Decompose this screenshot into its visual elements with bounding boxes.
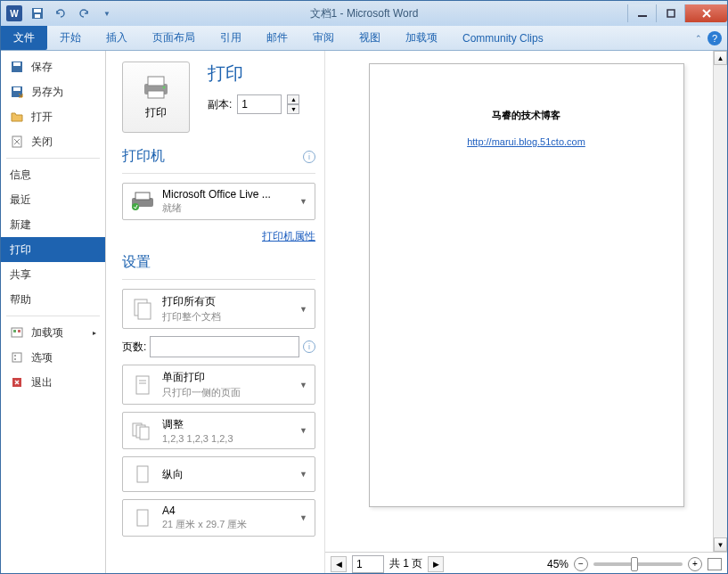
undo-icon — [53, 6, 68, 20]
scroll-up-button[interactable]: ▲ — [714, 51, 727, 65]
maximize-icon — [667, 9, 675, 18]
qat-undo-button[interactable] — [51, 4, 70, 23]
tab-mailings[interactable]: 邮件 — [254, 26, 300, 50]
print-heading: 打印 — [208, 62, 299, 86]
nav-close[interactable]: 关闭 — [1, 129, 105, 154]
nav-saveas[interactable]: 另存为 — [1, 79, 105, 104]
nav-recent[interactable]: 最近 — [1, 187, 105, 212]
duplex-main: 单面打印 — [162, 370, 292, 385]
tab-file[interactable]: 文件 — [1, 26, 47, 50]
tab-review[interactable]: 审阅 — [300, 26, 347, 50]
nav-print[interactable]: 打印 — [1, 237, 105, 262]
tab-community-clips[interactable]: Community Clips — [450, 26, 556, 50]
preview-area: 马睿的技术博客 http://marui.blog.51cto.com ▲ ▼ … — [325, 51, 727, 574]
nav-save[interactable]: 保存 — [1, 54, 105, 79]
nav-info-label: 信息 — [10, 168, 31, 183]
chevron-down-icon: ▼ — [299, 426, 307, 435]
backstage: 保存 另存为 打开 关闭 信息 最近 新建 打印 共享 帮助 加载项▸ 选项 退… — [1, 51, 727, 574]
svg-rect-13 — [12, 353, 21, 362]
nav-new-label: 新建 — [10, 217, 31, 233]
tab-layout[interactable]: 页面布局 — [140, 26, 208, 50]
info-icon[interactable]: i — [303, 340, 315, 353]
close-file-icon — [10, 135, 24, 149]
nav-share[interactable]: 共享 — [1, 262, 105, 287]
scroll-down-button[interactable]: ▼ — [714, 537, 727, 552]
nav-saveas-label: 另存为 — [31, 85, 63, 100]
nav-recent-label: 最近 — [10, 193, 31, 208]
copies-up-button[interactable]: ▲ — [287, 94, 299, 104]
collate-icon — [130, 418, 155, 443]
window-controls — [627, 4, 727, 22]
copies-down-button[interactable]: ▼ — [287, 104, 299, 114]
svg-rect-6 — [13, 62, 20, 66]
pages-input[interactable] — [150, 336, 299, 357]
minimize-button[interactable] — [627, 4, 656, 22]
printer-dropdown[interactable]: Microsoft Office Live ...就绪 ▼ — [122, 183, 315, 220]
printer-status: 就绪 — [162, 201, 292, 215]
svg-rect-19 — [148, 91, 164, 98]
tab-home[interactable]: 开始 — [47, 26, 94, 50]
nav-open[interactable]: 打开 — [1, 104, 105, 129]
divider — [122, 173, 315, 174]
svg-rect-1 — [34, 9, 41, 12]
tab-view[interactable]: 视图 — [347, 26, 393, 50]
backstage-main: 打印 打印 副本: ▲ ▼ 打印机i — [106, 51, 727, 574]
zoom-slider[interactable] — [593, 562, 683, 566]
nav-help[interactable]: 帮助 — [1, 287, 105, 312]
copies-input[interactable] — [237, 94, 282, 114]
zoom-in-button[interactable]: + — [688, 557, 702, 571]
nav-info[interactable]: 信息 — [1, 162, 105, 187]
zoom-out-button[interactable]: − — [574, 557, 588, 571]
papersize-icon — [130, 505, 155, 530]
nav-exit[interactable]: 退出 — [1, 370, 105, 395]
print-button[interactable]: 打印 — [122, 62, 190, 133]
orientation-dropdown[interactable]: 纵向 ▼ — [122, 456, 315, 492]
paper-sub: 21 厘米 x 29.7 厘米 — [162, 518, 292, 531]
maximize-button[interactable] — [656, 4, 684, 22]
tab-insert[interactable]: 插入 — [94, 26, 140, 50]
duplex-dropdown[interactable]: 单面打印只打印一侧的页面 ▼ — [122, 365, 315, 405]
nav-exit-label: 退出 — [31, 375, 53, 390]
nav-options[interactable]: 选项 — [1, 345, 105, 370]
svg-point-15 — [14, 358, 16, 360]
info-icon[interactable]: i — [303, 151, 315, 163]
papersize-dropdown[interactable]: A421 厘米 x 29.7 厘米 ▼ — [122, 499, 315, 537]
qat-save-button[interactable] — [28, 4, 47, 23]
close-icon — [701, 9, 712, 18]
zoom-fit-button[interactable] — [708, 558, 722, 570]
ribbon-minimize-caret[interactable]: ⌃ — [695, 34, 702, 43]
preview-scrollbar[interactable]: ▲ ▼ — [713, 51, 727, 552]
nav-new[interactable]: 新建 — [1, 212, 105, 237]
tab-references[interactable]: 引用 — [208, 26, 254, 50]
svg-point-14 — [14, 355, 16, 357]
help-button[interactable]: ? — [708, 31, 722, 45]
svg-rect-26 — [136, 376, 149, 394]
print-range-sub: 打印整个文档 — [162, 310, 292, 324]
preview-page: 马睿的技术博客 http://marui.blog.51cto.com — [369, 63, 684, 507]
qat-redo-button[interactable] — [74, 4, 94, 23]
svg-rect-32 — [137, 466, 148, 482]
chevron-down-icon: ▼ — [299, 305, 307, 314]
app-icon[interactable]: W — [4, 4, 24, 23]
prev-page-button[interactable]: ◀ — [331, 556, 347, 572]
zoom-thumb[interactable] — [631, 557, 638, 571]
pages-icon — [130, 297, 155, 322]
collate-dropdown[interactable]: 调整1,2,3 1,2,3 1,2,3 ▼ — [122, 412, 315, 449]
paper-main: A4 — [162, 504, 292, 517]
printer-properties-link[interactable]: 打印机属性 — [262, 230, 315, 242]
chevron-right-icon: ▸ — [93, 329, 96, 337]
collate-sub: 1,2,3 1,2,3 1,2,3 — [162, 433, 292, 444]
duplex-sub: 只打印一侧的页面 — [162, 386, 292, 399]
svg-rect-18 — [148, 77, 164, 86]
page-number-input[interactable] — [352, 555, 384, 573]
chevron-down-icon: ▼ — [299, 381, 307, 390]
saveas-icon — [10, 85, 24, 99]
tab-addins[interactable]: 加载项 — [393, 26, 450, 50]
nav-addins[interactable]: 加载项▸ — [1, 320, 105, 345]
qat-customize-button[interactable]: ▼ — [97, 4, 117, 23]
next-page-button[interactable]: ▶ — [428, 556, 444, 572]
close-button[interactable] — [684, 4, 727, 22]
chevron-down-icon: ▼ — [299, 197, 307, 206]
print-range-dropdown[interactable]: 打印所有页打印整个文档 ▼ — [122, 289, 315, 329]
redo-icon — [77, 6, 91, 20]
